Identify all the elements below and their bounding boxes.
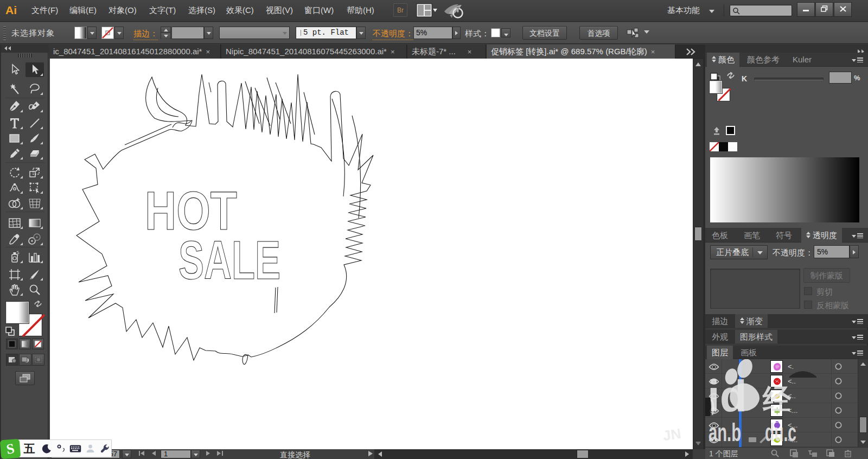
close-tab-icon[interactable]: × — [468, 48, 472, 56]
tab-swatches[interactable]: 色板 — [707, 228, 733, 243]
stroke-color-dropdown[interactable] — [114, 27, 124, 39]
column-graph-tool[interactable] — [25, 250, 44, 264]
stroke-color-swatch[interactable] — [101, 27, 114, 39]
scroll-left-icon[interactable] — [378, 451, 382, 457]
transparency-opacity-field[interactable]: 5% — [814, 245, 850, 258]
opacity-panel-link[interactable]: 不透明度： — [373, 29, 413, 40]
tab-graphic-styles[interactable]: 图形样式 — [735, 330, 777, 343]
swap-colors-icon[interactable] — [725, 71, 737, 84]
tab-symbols[interactable]: 符号 — [771, 228, 797, 243]
status-flyout-icon[interactable] — [368, 450, 373, 458]
none-mode-button[interactable] — [32, 339, 44, 349]
gradient-mode-button[interactable] — [19, 339, 31, 349]
horizontal-scrollbar[interactable] — [374, 449, 693, 459]
transparency-panel-menu-icon[interactable] — [852, 233, 864, 239]
blob-brush-tool[interactable] — [25, 99, 44, 113]
make-clipping-mask-icon[interactable] — [789, 449, 799, 459]
tab-kuler[interactable]: Kuler — [788, 53, 816, 67]
grayscale-spectrum-ramp[interactable] — [710, 157, 859, 222]
default-fill-stroke-icon[interactable] — [5, 326, 16, 339]
blend-mode-dropdown[interactable]: 正片叠底 — [710, 245, 768, 259]
zoom-level-dropdown[interactable] — [122, 450, 131, 458]
restore-button[interactable] — [815, 2, 833, 17]
free-transform-tool[interactable] — [25, 180, 44, 195]
color-mode-button[interactable] — [6, 339, 18, 349]
magic-wand-tool[interactable] — [5, 81, 24, 96]
ime-wubi-button[interactable]: 五 — [23, 439, 36, 457]
draw-behind-button[interactable] — [19, 354, 31, 366]
close-tab-icon[interactable]: × — [391, 48, 395, 56]
tab-brushes[interactable]: 画笔 — [739, 228, 765, 243]
ime-punctuation-icon[interactable] — [55, 439, 66, 457]
document-tab-4[interactable]: 促销标签 [转换].ai* @ 689.57% (RGB/轮廓)× — [487, 44, 675, 59]
brush-definition-dropdown[interactable] — [356, 27, 366, 39]
tab-appearance[interactable]: 外观 — [707, 330, 733, 343]
menu-select[interactable]: 选择(S) — [183, 0, 221, 21]
close-tab-icon[interactable]: × — [206, 48, 210, 56]
scroll-down-icon[interactable] — [695, 442, 701, 445]
brush-definition-box[interactable]: 5 pt. Flat — [296, 27, 356, 39]
document-tab-3[interactable]: 未标题-7* ...× — [407, 44, 486, 59]
canvas[interactable]: HOT SALE JN — [50, 59, 693, 449]
hscroll-thumb[interactable] — [577, 450, 589, 458]
zoom-tool[interactable] — [25, 282, 44, 297]
scroll-right-icon[interactable] — [685, 451, 689, 457]
tab-color-guide[interactable]: 颜色参考 — [742, 53, 784, 67]
make-mask-button[interactable]: 制作蒙版 — [803, 268, 850, 283]
minimize-button[interactable] — [797, 2, 815, 17]
prev-artboard-icon[interactable] — [151, 450, 156, 457]
perspective-grid-tool[interactable] — [25, 196, 44, 211]
scale-tool[interactable] — [25, 165, 44, 180]
appearance-panel-menu-icon[interactable] — [852, 334, 864, 341]
next-artboard-icon[interactable] — [206, 450, 211, 457]
tab-artboards[interactable]: 画板 — [736, 346, 762, 359]
last-artboard-icon[interactable] — [216, 450, 224, 457]
white-swatch[interactable] — [728, 142, 737, 151]
menu-object[interactable]: 对象(O) — [103, 0, 142, 21]
tab-gradient[interactable]: 渐变 — [735, 314, 768, 328]
close-tab-icon[interactable]: × — [651, 48, 655, 56]
clip-checkbox[interactable] — [804, 287, 812, 295]
black-swatch[interactable] — [719, 142, 728, 151]
document-setup-button[interactable]: 文档设置 — [522, 26, 567, 40]
variable-width-profile-dropdown[interactable] — [219, 27, 290, 39]
vscroll-thumb[interactable] — [694, 227, 702, 241]
ime-moon-icon[interactable] — [41, 439, 53, 457]
mesh-tool[interactable] — [5, 215, 24, 230]
style-dropdown[interactable] — [501, 28, 510, 37]
screen-mode-button[interactable] — [15, 371, 35, 385]
locate-object-icon[interactable] — [770, 449, 780, 459]
rectangle-tool[interactable] — [5, 131, 24, 145]
tab-transparency[interactable]: 透明度 — [801, 228, 842, 243]
rotate-tool[interactable] — [5, 165, 24, 180]
gradient-tool[interactable] — [25, 215, 44, 230]
shape-builder-tool[interactable] — [5, 196, 24, 211]
blend-tool[interactable] — [25, 232, 44, 246]
arrange-documents-icon[interactable] — [416, 3, 438, 20]
tab-overflow-icon[interactable] — [686, 48, 697, 58]
tab-color[interactable]: 颜色 — [707, 53, 739, 67]
opacity-arrow-button[interactable] — [452, 27, 461, 39]
artboard-number-field[interactable]: 1 — [161, 450, 191, 458]
collapse-tools-icon[interactable] — [4, 46, 11, 52]
vertical-scrollbar[interactable] — [693, 59, 703, 449]
workspace-switcher[interactable]: 基本功能 — [667, 0, 700, 21]
transparency-opacity-arrow[interactable] — [850, 245, 859, 258]
preferences-button[interactable]: 首选项 — [579, 26, 618, 40]
k-slider[interactable] — [754, 78, 824, 80]
last-color-icon[interactable] — [712, 126, 722, 138]
stroke-weight-dropdown[interactable] — [204, 27, 213, 39]
color-fill-proxy[interactable] — [710, 81, 722, 93]
bridge-button[interactable]: Br — [393, 3, 407, 17]
menu-help[interactable]: 帮助(H) — [341, 0, 380, 21]
none-swatch[interactable] — [710, 142, 719, 151]
menu-type[interactable]: 文字(T) — [144, 0, 181, 21]
scroll-up-icon[interactable] — [695, 62, 701, 66]
select-similar-dropdown[interactable] — [644, 30, 649, 34]
menu-effect[interactable]: 效果(C) — [221, 0, 259, 21]
tools-panel-grip[interactable] — [18, 54, 32, 58]
draw-inside-button[interactable] — [32, 354, 44, 366]
stroke-panel-link[interactable]: 描边： — [133, 29, 158, 40]
menu-window[interactable]: 窗口(W) — [299, 0, 339, 21]
hand-tool[interactable] — [5, 282, 24, 297]
